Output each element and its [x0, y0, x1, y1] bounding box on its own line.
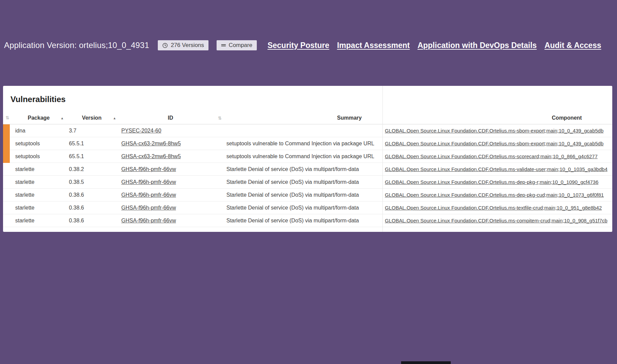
taskbar-fragment	[401, 361, 451, 364]
vulnerability-id-link[interactable]: PYSEC-2024-60	[121, 128, 161, 134]
compare-button[interactable]: Compare	[217, 40, 257, 50]
version-cell: 65.5.1	[66, 153, 118, 160]
vulnerabilities-section: Vulnerabilities ⇅ Package▲ Version▲ ID⇅ …	[3, 86, 382, 232]
vulnerability-id-link[interactable]: GHSA-f96h-pmfr-66vw	[121, 218, 176, 223]
nav-link-security-posture[interactable]: Security Posture	[268, 41, 329, 50]
nav-link-application-devops-details[interactable]: Application with DevOps Details	[418, 41, 537, 50]
component-row: GLOBAL.Open Source.Linux Foundation.CDF.…	[383, 214, 612, 227]
versions-button[interactable]: 276 Versions	[158, 40, 208, 50]
component-row: GLOBAL.Open Source.Linux Foundation.CDF.…	[383, 189, 612, 201]
vulnerability-id-link[interactable]: GHSA-f96h-pmfr-66vw	[121, 166, 176, 172]
vulnerabilities-table: ⇅ Package▲ Version▲ ID⇅ Summary idna 3.7…	[3, 112, 382, 227]
nav-link-audit-access[interactable]: Audit & Access	[544, 41, 601, 50]
version-cell: 0.38.6	[66, 192, 118, 198]
nav-link-impact-assessment[interactable]: Impact Assessment	[337, 41, 410, 50]
summary-cell: Starlette Denial of service (DoS) via mu…	[223, 179, 382, 185]
vulnerability-id-link[interactable]: GHSA-f96h-pmfr-66vw	[121, 179, 176, 185]
component-row: GLOBAL.Open Source.Linux Foundation.CDF.…	[383, 137, 612, 150]
package-cell: starlette	[12, 166, 66, 172]
component-section: Component GLOBAL.Open Source.Linux Found…	[382, 86, 612, 232]
column-header-component[interactable]: Component	[383, 112, 612, 124]
summary-cell: Starlette Denial of service (DoS) via mu…	[223, 218, 382, 224]
compare-button-label: Compare	[229, 42, 252, 49]
table-row: starlette 0.38.6 GHSA-f96h-pmfr-66vw Sta…	[3, 214, 382, 227]
sort-icon: ⇅	[6, 115, 9, 120]
vulnerability-id-link[interactable]: GHSA-cx63-2mw6-8hw5	[121, 153, 181, 159]
summary-cell: Starlette Denial of service (DoS) via mu…	[223, 205, 382, 211]
main-panel: Vulnerabilities ⇅ Package▲ Version▲ ID⇅ …	[3, 86, 612, 232]
column-header-index[interactable]: ⇅	[3, 112, 12, 124]
component-rows: GLOBAL.Open Source.Linux Foundation.CDF.…	[383, 124, 612, 227]
table-row: starlette 0.38.6 GHSA-f96h-pmfr-66vw Sta…	[3, 189, 382, 201]
sort-ascending-icon: ▲	[113, 116, 116, 120]
package-cell: setuptools	[12, 153, 66, 160]
clock-icon	[162, 43, 168, 48]
component-link[interactable]: GLOBAL.Open Source.Linux Foundation.CDF.…	[385, 141, 603, 146]
table-row: starlette 0.38.6 GHSA-f96h-pmfr-66vw Sta…	[3, 201, 382, 214]
version-cell: 0.38.6	[66, 218, 118, 224]
sort-ascending-icon: ▲	[60, 116, 64, 120]
component-link[interactable]: GLOBAL.Open Source.Linux Foundation.CDF.…	[385, 218, 608, 223]
package-cell: idna	[12, 128, 66, 134]
component-link[interactable]: GLOBAL.Open Source.Linux Foundation.CDF.…	[385, 128, 603, 134]
topbar: Application Version: ortelius;10_0_4931 …	[4, 38, 601, 52]
topbar-nav: Security Posture Impact Assessment Appli…	[268, 41, 601, 50]
component-row: GLOBAL.Open Source.Linux Foundation.CDF.…	[383, 176, 612, 189]
vulnerability-id-link[interactable]: GHSA-f96h-pmfr-66vw	[121, 205, 176, 211]
summary-cell: setuptools vulnerable to Command Injecti…	[223, 153, 382, 160]
sort-icon: ⇅	[218, 115, 222, 120]
column-header-version[interactable]: Version▲	[66, 112, 118, 124]
version-cell: 3.7	[66, 128, 118, 134]
component-link[interactable]: GLOBAL.Open Source.Linux Foundation.CDF.…	[385, 192, 604, 198]
column-header-id[interactable]: ID⇅	[118, 112, 223, 124]
vulnerability-id-link[interactable]: GHSA-cx63-2mw6-8hw5	[121, 141, 181, 146]
vulnerability-id-link[interactable]: GHSA-f96h-pmfr-66vw	[121, 192, 176, 198]
package-cell: starlette	[12, 218, 66, 224]
package-cell: starlette	[12, 179, 66, 185]
component-row: GLOBAL.Open Source.Linux Foundation.CDF.…	[383, 163, 612, 176]
table-row: setuptools 65.5.1 GHSA-cx63-2mw6-8hw5 se…	[3, 137, 382, 150]
column-header-package[interactable]: Package▲	[12, 112, 66, 124]
severity-highlight-strip	[3, 124, 10, 163]
component-link[interactable]: GLOBAL.Open Source.Linux Foundation.CDF.…	[385, 153, 598, 159]
component-link[interactable]: GLOBAL.Open Source.Linux Foundation.CDF.…	[385, 179, 598, 185]
column-label: Version	[82, 115, 102, 121]
component-link[interactable]: GLOBAL.Open Source.Linux Foundation.CDF.…	[385, 166, 608, 172]
versions-button-label: 276 Versions	[171, 42, 204, 49]
table-row: starlette 0.38.5 GHSA-f96h-pmfr-66vw Sta…	[3, 176, 382, 189]
summary-cell: Starlette Denial of service (DoS) via mu…	[223, 192, 382, 198]
table-row: starlette 0.38.2 GHSA-f96h-pmfr-66vw Sta…	[3, 163, 382, 176]
version-cell: 0.38.6	[66, 205, 118, 211]
column-label: Package	[28, 115, 50, 121]
application-version-title: Application Version: ortelius;10_0_4931	[4, 41, 149, 50]
component-link[interactable]: GLOBAL.Open Source.Linux Foundation.CDF.…	[385, 205, 602, 211]
version-cell: 65.5.1	[66, 141, 118, 147]
package-cell: starlette	[12, 205, 66, 211]
version-cell: 0.38.2	[66, 166, 118, 172]
vulnerabilities-table-header: ⇅ Package▲ Version▲ ID⇅ Summary	[3, 112, 382, 124]
table-row: setuptools 65.5.1 GHSA-cx63-2mw6-8hw5 se…	[3, 150, 382, 163]
vulnerabilities-title: Vulnerabilities	[3, 86, 382, 112]
column-header-summary[interactable]: Summary	[223, 112, 382, 124]
component-row: GLOBAL.Open Source.Linux Foundation.CDF.…	[383, 150, 612, 163]
version-cell: 0.38.5	[66, 179, 118, 185]
table-row: idna 3.7 PYSEC-2024-60	[3, 124, 382, 137]
component-row: GLOBAL.Open Source.Linux Foundation.CDF.…	[383, 201, 612, 214]
package-cell: starlette	[12, 192, 66, 198]
summary-cell: setuptools vulnerable to Command Injecti…	[223, 141, 382, 147]
column-label: ID	[168, 115, 173, 121]
summary-cell: Starlette Denial of service (DoS) via mu…	[223, 166, 382, 172]
package-cell: setuptools	[12, 141, 66, 147]
component-row: GLOBAL.Open Source.Linux Foundation.CDF.…	[383, 124, 612, 137]
column-label: Summary	[337, 115, 362, 121]
compare-lines-icon	[221, 43, 226, 47]
